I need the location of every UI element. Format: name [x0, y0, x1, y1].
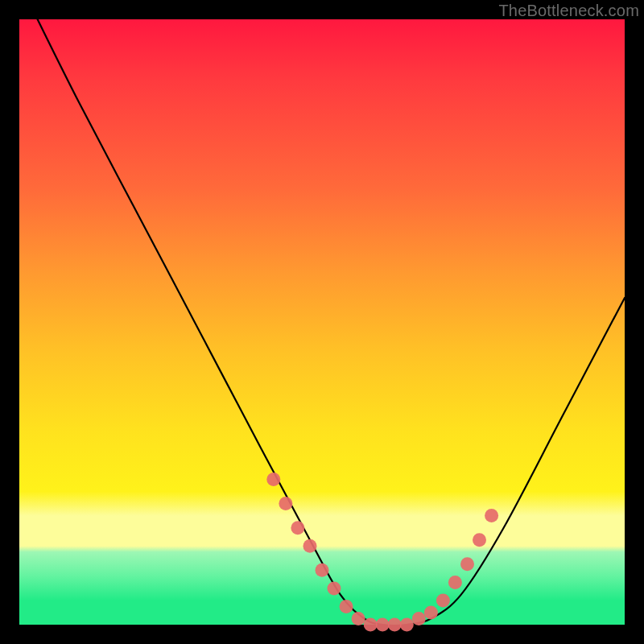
- curve-marker: [424, 606, 438, 620]
- curve-marker: [485, 509, 498, 522]
- curve-marker: [388, 618, 402, 632]
- curve-marker: [266, 473, 280, 486]
- chart-svg: [19, 19, 625, 625]
- curve-marker: [412, 612, 426, 625]
- curve-marker: [364, 618, 378, 632]
- curve-marker: [448, 576, 462, 589]
- curve-line: [38, 19, 625, 625]
- curve-marker: [340, 600, 353, 613]
- curve-marker: [316, 564, 329, 577]
- curve-marker: [473, 533, 486, 547]
- watermark-text: TheBottleneck.com: [498, 2, 639, 20]
- curve-marker: [279, 497, 292, 510]
- curve-marker: [436, 593, 450, 607]
- curve-marker: [376, 618, 390, 632]
- curve-marker: [352, 612, 365, 625]
- curve-marker: [291, 521, 304, 535]
- curve-markers-left: [266, 473, 389, 632]
- curve-marker: [328, 581, 341, 595]
- chart-frame: [19, 19, 625, 625]
- curve-markers-right: [388, 509, 498, 631]
- curve-marker: [460, 557, 474, 571]
- curve-marker: [303, 539, 317, 553]
- curve-marker: [400, 618, 414, 632]
